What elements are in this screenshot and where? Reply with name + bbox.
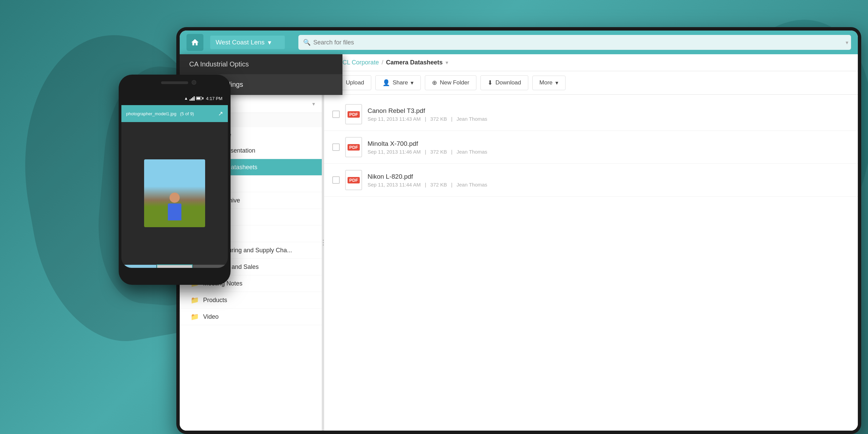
- clock-display: 4:17 PM: [206, 96, 222, 101]
- person-share-icon: 👤: [382, 79, 390, 86]
- more-dropdown-icon: ▾: [555, 79, 558, 86]
- drag-dot-3: [323, 244, 324, 245]
- meta-sep2-0: |: [451, 116, 452, 122]
- new-folder-button[interactable]: ⊕ New Folder: [425, 75, 476, 90]
- share-icon[interactable]: ↗: [218, 110, 223, 117]
- new-folder-icon: ⊕: [432, 79, 437, 86]
- main-pane: / WCL Corporate / Camera Datasheets ▾ ⬆ …: [324, 54, 858, 431]
- status-icons: ▲ 4:17 PM: [184, 96, 222, 101]
- new-folder-label: New Folder: [440, 79, 469, 86]
- filename-text: photographer_model1.jpg: [126, 111, 176, 116]
- file-name-0: Canon Rebel T3.pdf: [368, 107, 850, 115]
- person-body: [168, 203, 181, 220]
- meta-sep2-2: |: [451, 182, 452, 188]
- meta-sep2-1: |: [451, 149, 452, 155]
- download-button[interactable]: ⬇ Download: [480, 75, 528, 90]
- tablet-screen: West Coast Lens ▾ 🔍 ▾ CA Industrial Opti…: [180, 31, 858, 431]
- breadcrumb-wcl-corporate[interactable]: WCL Corporate: [337, 59, 379, 66]
- file-meta-1: Sep 11, 2013 11:46 AM | 372 KB | Jean Th…: [368, 149, 850, 155]
- thumbnail-strip: [121, 264, 228, 268]
- share-button[interactable]: 👤 Share ▾: [375, 75, 421, 90]
- file-meta-0: Sep 11, 2013 11:43 AM | 372 KB | Jean Th…: [368, 116, 850, 122]
- share-label: Share: [393, 79, 408, 86]
- org-dropdown-icon: ▾: [268, 38, 271, 46]
- meta-sep-2: |: [425, 182, 426, 188]
- download-icon: ⬇: [488, 79, 493, 86]
- folder-label-10: Video: [203, 313, 219, 320]
- breadcrumb-camera-datasheets: Camera Datasheets: [386, 59, 442, 66]
- battery-icon: [196, 97, 203, 100]
- table-row[interactable]: PDF Canon Rebel T3.pdf Sep 11, 2013 11:4…: [324, 98, 858, 131]
- file-list: PDF Canon Rebel T3.pdf Sep 11, 2013 11:4…: [324, 95, 858, 431]
- phone-viewer-header: photographer_model1.jpg (5 of 9) ↗: [121, 105, 228, 122]
- phone-device: ▲ 4:17 PM photographer_model1.jpg: [119, 75, 231, 285]
- more-label: More: [539, 79, 553, 86]
- file-info-0: Canon Rebel T3.pdf Sep 11, 2013 11:43 AM…: [368, 107, 850, 122]
- phone-speaker: [161, 81, 188, 84]
- home-icon: [191, 38, 199, 47]
- pdf-badge-0: PDF: [348, 111, 360, 118]
- breadcrumb: / WCL Corporate / Camera Datasheets ▾: [324, 54, 858, 71]
- sidebar-folder-item-9[interactable]: 📁 Products: [180, 292, 322, 309]
- org-name-label: West Coast Lens: [216, 39, 264, 46]
- main-photo: [144, 159, 205, 227]
- file-toolbar: ⬆ Upload 👤 Share ▾ ⊕ New Folder ⬇ Dow: [324, 71, 858, 95]
- search-icon: 🔍: [303, 39, 311, 46]
- home-button[interactable]: [186, 34, 203, 51]
- phone-camera: [192, 80, 196, 85]
- file-info-2: Nikon L-820.pdf Sep 11, 2013 11:44 AM | …: [368, 173, 850, 188]
- phone-status-bar: ▲ 4:17 PM: [121, 92, 228, 105]
- file-name-1: Minolta X-700.pdf: [368, 140, 850, 147]
- folder-icon-9: 📁: [191, 296, 199, 304]
- dropdown-item-ca-industrial[interactable]: CA Industrial Optics: [180, 54, 322, 75]
- app-header: West Coast Lens ▾ 🔍 ▾: [180, 31, 858, 54]
- file-checkbox-2[interactable]: [332, 176, 340, 184]
- pdf-badge-1: PDF: [348, 144, 360, 151]
- drag-dot-2: [323, 242, 324, 243]
- breadcrumb-dropdown-icon[interactable]: ▾: [446, 59, 448, 66]
- file-meta-2: Sep 11, 2013 11:44 AM | 372 KB | Jean Th…: [368, 182, 850, 188]
- file-info-1: Minolta X-700.pdf Sep 11, 2013 11:46 AM …: [368, 140, 850, 155]
- person-head: [170, 193, 180, 203]
- cloud-store-dropdown-icon: ▾: [312, 101, 315, 107]
- breadcrumb-separator-2: /: [381, 59, 383, 66]
- pdf-badge-2: PDF: [348, 177, 360, 183]
- phone-screen: ▲ 4:17 PM photographer_model1.jpg: [121, 92, 228, 268]
- image-count-text: (5 of 9): [180, 111, 194, 116]
- phone-filename-label: photographer_model1.jpg (5 of 9): [126, 111, 215, 116]
- phone-image-viewer[interactable]: [121, 122, 228, 264]
- thumbnail-1[interactable]: [121, 264, 157, 268]
- more-button[interactable]: More ▾: [532, 76, 566, 90]
- drag-dot-1: [323, 240, 324, 241]
- download-label: Download: [495, 79, 521, 86]
- file-name-2: Nikon L-820.pdf: [368, 173, 850, 180]
- pdf-icon-1: PDF: [345, 137, 362, 157]
- search-input[interactable]: [298, 35, 851, 50]
- thumbnail-3[interactable]: [193, 264, 228, 268]
- signal-bars-icon: [190, 96, 195, 101]
- table-row[interactable]: PDF Minolta X-700.pdf Sep 11, 2013 11:46…: [324, 131, 858, 164]
- share-dropdown-icon: ▾: [411, 79, 414, 86]
- upload-label: Upload: [346, 79, 364, 86]
- meta-sep-0: |: [425, 116, 426, 122]
- tablet-device: West Coast Lens ▾ 🔍 ▾ CA Industrial Opti…: [176, 27, 861, 434]
- file-checkbox-1[interactable]: [332, 143, 340, 151]
- content-area: CA Industrial Optics Matsumi Holdings ☁ …: [180, 54, 858, 431]
- search-dropdown-icon[interactable]: ▾: [846, 39, 848, 46]
- pdf-icon-0: PDF: [345, 104, 362, 124]
- wifi-icon: ▲: [184, 96, 188, 101]
- table-row[interactable]: PDF Nikon L-820.pdf Sep 11, 2013 11:44 A…: [324, 164, 858, 197]
- file-checkbox-0[interactable]: [332, 111, 340, 118]
- thumbnail-2[interactable]: [157, 264, 193, 268]
- sidebar-folder-item-10[interactable]: 📁 Video: [180, 309, 322, 325]
- org-selector[interactable]: West Coast Lens ▾: [210, 36, 285, 49]
- folder-icon-10: 📁: [191, 313, 199, 321]
- search-container: 🔍 ▾: [298, 35, 851, 50]
- pdf-icon-2: PDF: [345, 170, 362, 190]
- meta-sep-1: |: [425, 149, 426, 155]
- person-silhouette: [168, 193, 181, 220]
- folder-label-9: Products: [203, 297, 227, 304]
